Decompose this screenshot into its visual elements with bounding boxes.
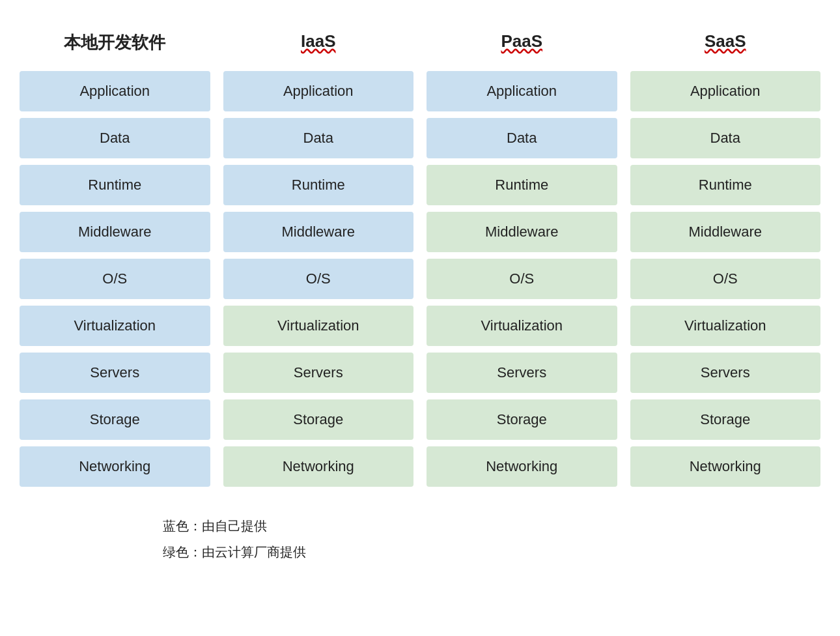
header-col3: PaaS: [427, 26, 617, 59]
cell-col4-row1: Application: [630, 71, 821, 111]
main-container: 本地开发软件 IaaS PaaS SaaS ApplicationDataRun…: [20, 26, 820, 565]
header-row: 本地开发软件 IaaS PaaS SaaS: [20, 26, 820, 59]
legend: 蓝色：由自己提供 绿色：由云计算厂商提供: [20, 513, 820, 565]
cell-col3-row1: Application: [427, 71, 617, 111]
column-4: ApplicationDataRuntimeMiddlewareO/SVirtu…: [630, 71, 821, 487]
cell-col4-row2: Data: [630, 118, 821, 158]
cell-col2-row9: Networking: [223, 446, 414, 487]
cell-col4-row9: Networking: [630, 446, 821, 487]
header-col1: 本地开发软件: [20, 26, 210, 59]
cell-col4-row5: O/S: [630, 259, 821, 299]
cell-col3-row9: Networking: [427, 446, 617, 487]
cell-col1-row8: Storage: [20, 399, 210, 440]
cell-col1-row4: Middleware: [20, 212, 210, 252]
header-col2: IaaS: [223, 26, 414, 59]
cell-col1-row3: Runtime: [20, 165, 210, 205]
cell-col2-row4: Middleware: [223, 212, 414, 252]
header-col4: SaaS: [630, 26, 821, 59]
column-1: ApplicationDataRuntimeMiddlewareO/SVirtu…: [20, 71, 210, 487]
cell-col3-row3: Runtime: [427, 165, 617, 205]
cell-col3-row8: Storage: [427, 399, 617, 440]
cell-col3-row6: Virtualization: [427, 306, 617, 346]
cell-col2-row6: Virtualization: [223, 306, 414, 346]
column-2: ApplicationDataRuntimeMiddlewareO/SVirtu…: [223, 71, 414, 487]
cell-col4-row4: Middleware: [630, 212, 821, 252]
cell-col3-row4: Middleware: [427, 212, 617, 252]
cell-col1-row7: Servers: [20, 353, 210, 393]
cell-col3-row5: O/S: [427, 259, 617, 299]
cell-col4-row8: Storage: [630, 399, 821, 440]
grid-container: ApplicationDataRuntimeMiddlewareO/SVirtu…: [20, 71, 820, 487]
cell-col1-row9: Networking: [20, 446, 210, 487]
column-3: ApplicationDataRuntimeMiddlewareO/SVirtu…: [427, 71, 617, 487]
cell-col2-row1: Application: [223, 71, 414, 111]
legend-line2: 绿色：由云计算厂商提供: [163, 539, 820, 565]
cell-col1-row6: Virtualization: [20, 306, 210, 346]
cell-col3-row2: Data: [427, 118, 617, 158]
cell-col2-row8: Storage: [223, 399, 414, 440]
cell-col2-row2: Data: [223, 118, 414, 158]
cell-col1-row2: Data: [20, 118, 210, 158]
cell-col4-row6: Virtualization: [630, 306, 821, 346]
cell-col2-row5: O/S: [223, 259, 414, 299]
legend-line1: 蓝色：由自己提供: [163, 513, 820, 539]
cell-col4-row3: Runtime: [630, 165, 821, 205]
cell-col3-row7: Servers: [427, 353, 617, 393]
cell-col2-row7: Servers: [223, 353, 414, 393]
cell-col1-row1: Application: [20, 71, 210, 111]
cell-col4-row7: Servers: [630, 353, 821, 393]
cell-col1-row5: O/S: [20, 259, 210, 299]
cell-col2-row3: Runtime: [223, 165, 414, 205]
